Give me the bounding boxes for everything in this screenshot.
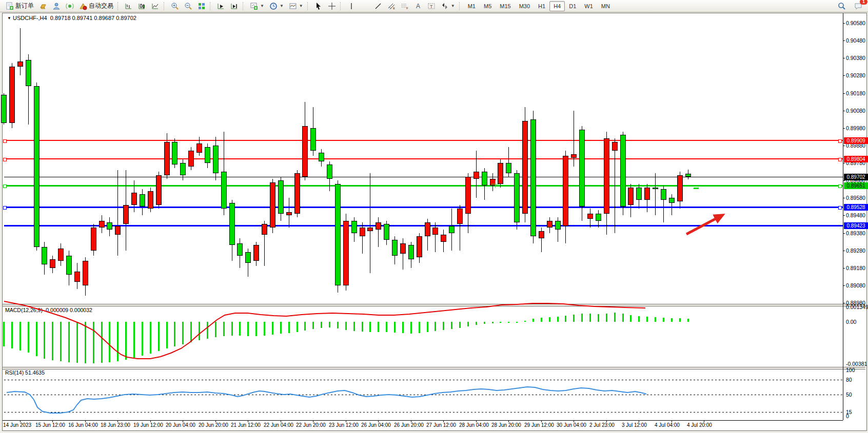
main-toolbar: 新订单 自动交易 (0, 0, 868, 12)
chart-title-ohlc: 0.89718 0.89741 0.89687 0.89702 (50, 15, 136, 21)
tab-timeframe-h4[interactable]: H4 (549, 1, 565, 11)
zoom-out-icon (184, 2, 192, 10)
svg-text:F: F (406, 7, 408, 10)
bar-chart-icon (125, 2, 133, 10)
separator (164, 2, 167, 10)
notification-badge: 1 (860, 0, 867, 5)
svg-text:A: A (416, 3, 420, 10)
gold-button[interactable] (36, 1, 50, 12)
notifications-button[interactable]: 1 (852, 1, 865, 12)
community-button[interactable] (50, 1, 63, 12)
auto-scroll-icon (217, 2, 225, 10)
chevron-down-icon: ▼ (299, 4, 303, 8)
line-chart-button[interactable] (149, 1, 162, 12)
search-icon (838, 2, 846, 10)
new-order-button[interactable]: 新订单 (3, 0, 36, 12)
tab-timeframe-m30[interactable]: M30 (515, 1, 534, 11)
tab-timeframe-h1[interactable]: H1 (534, 1, 549, 11)
mt4-terminal: 新订单 自动交易 (0, 0, 868, 433)
bar-chart-button[interactable] (122, 1, 135, 12)
auto-scroll-button[interactable] (214, 1, 228, 12)
horizontal-line-button[interactable] (358, 1, 371, 12)
separator (210, 2, 213, 10)
cursor-button[interactable] (312, 1, 325, 12)
crosshair-button[interactable] (325, 1, 339, 12)
line-chart-icon (151, 2, 160, 10)
separator (459, 2, 462, 10)
candlestick-button[interactable] (135, 1, 149, 12)
chart-title: ▼ USDCHF-,H4 0.89718 0.89741 0.89687 0.8… (7, 15, 136, 21)
equidistant-channel-icon: E (387, 2, 396, 10)
new-chart-dropdown[interactable]: ▼ (247, 1, 267, 12)
fibonacci-icon: F (401, 2, 409, 10)
auto-trading-label: 自动交易 (89, 2, 113, 10)
zoom-out-button[interactable] (182, 1, 195, 12)
tile-windows-button[interactable] (195, 1, 208, 12)
text-label-button[interactable]: T (425, 1, 438, 12)
cursor-icon (314, 2, 323, 10)
trendline-icon (374, 2, 382, 10)
chart-title-symbol: USDCHF-,H4 (13, 15, 47, 21)
search-button[interactable] (835, 1, 849, 12)
arrows-dropdown[interactable]: ▼ (438, 1, 458, 12)
tab-timeframe-mn[interactable]: MN (597, 1, 614, 11)
tab-timeframe-d1[interactable]: D1 (565, 1, 580, 11)
tile-windows-icon (198, 2, 206, 10)
templates-icon (289, 2, 297, 10)
community-icon (52, 2, 61, 10)
chart-window (2, 13, 867, 431)
chevron-down-icon: ▼ (260, 4, 264, 8)
period-dropdown[interactable]: ▼ (267, 1, 286, 12)
zoom-in-button[interactable] (168, 1, 182, 12)
signals-icon (66, 2, 74, 10)
collapse-icon[interactable]: ▼ (7, 16, 11, 20)
separator (340, 2, 343, 10)
svg-text:E: E (393, 7, 395, 10)
chevron-down-icon: ▼ (451, 4, 455, 8)
crosshair-icon (328, 2, 336, 10)
auto-trading-button[interactable]: 自动交易 (76, 0, 116, 12)
vertical-line-button[interactable] (345, 1, 358, 12)
tab-timeframe-w1[interactable]: W1 (580, 1, 597, 11)
candlestick-icon (138, 2, 146, 10)
tab-timeframe-m5[interactable]: M5 (480, 1, 496, 11)
equidistant-channel-button[interactable]: E (385, 1, 398, 12)
fibonacci-button[interactable]: F (398, 1, 411, 12)
clock-icon (269, 2, 278, 10)
zoom-in-icon (171, 2, 179, 10)
separator (243, 2, 246, 10)
svg-text:T: T (430, 4, 433, 9)
tab-timeframe-m1[interactable]: M1 (464, 1, 480, 11)
templates-dropdown[interactable]: ▼ (286, 1, 306, 12)
trendline-button[interactable] (371, 1, 385, 12)
new-order-icon (6, 2, 14, 10)
new-order-label: 新订单 (15, 2, 34, 10)
signals-button[interactable] (63, 1, 76, 12)
separator (117, 2, 121, 10)
chevron-down-icon: ▼ (280, 4, 284, 8)
new-chart-icon (250, 2, 258, 10)
text-button[interactable]: A (411, 1, 425, 12)
tab-timeframe-m15[interactable]: M15 (496, 1, 515, 11)
separator (307, 2, 310, 10)
chart-shift-button[interactable] (228, 1, 241, 12)
vertical-line-icon (347, 2, 356, 10)
horizontal-line-icon (361, 2, 369, 10)
chart-shift-icon (230, 2, 239, 10)
timeframe-group: M1M5M15M30H1H4D1W1MN (464, 0, 614, 12)
text-icon: A (414, 2, 422, 10)
auto-trading-icon (79, 2, 87, 10)
text-label-icon: T (427, 2, 436, 10)
gold-icon (39, 2, 47, 10)
arrows-icon (441, 2, 449, 10)
